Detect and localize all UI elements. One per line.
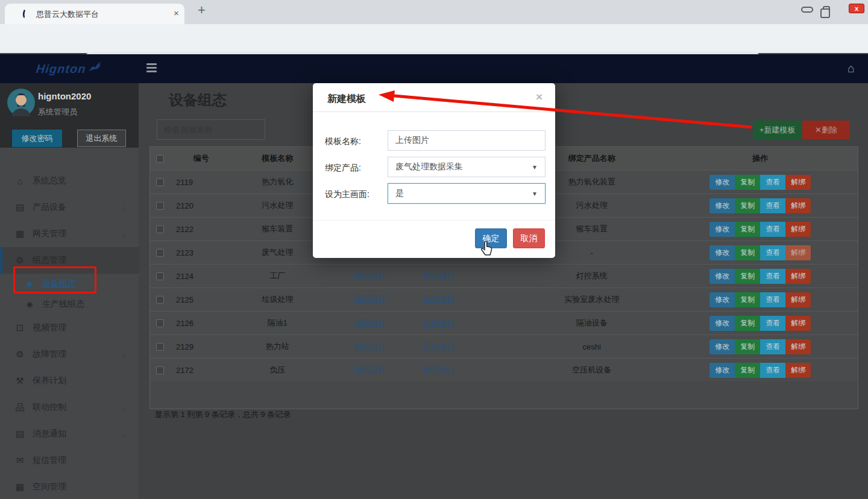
edit-button[interactable]: 修改	[709, 339, 735, 354]
copy-button[interactable]: 复制	[735, 292, 760, 307]
delete-button[interactable]: ✕删除	[802, 121, 850, 139]
window-restore-button[interactable]	[816, 2, 837, 17]
unbind-button[interactable]: 解绑	[785, 175, 811, 190]
row-checkbox[interactable]	[156, 249, 164, 257]
config-design-link[interactable]: 组态设计	[354, 295, 385, 304]
cell-checkbox	[150, 272, 170, 280]
view-button[interactable]: 查看	[760, 245, 785, 260]
confirm-button[interactable]: 确定	[475, 228, 507, 248]
sidebar-item-system-overview[interactable]: ⌂系统总览	[0, 168, 139, 194]
unbind-button[interactable]: 解绑	[785, 316, 811, 331]
copy-button[interactable]: 复制	[735, 198, 760, 213]
screen: 思普云大数据平台 × + ✕ x ← → ↻ 不安全 | iot.idosp.n…	[0, 0, 868, 499]
window-minimize-button[interactable]	[797, 2, 817, 17]
copy-button[interactable]: 复制	[735, 222, 760, 237]
config-design-link[interactable]: 组态设计	[423, 365, 454, 374]
row-checkbox[interactable]	[156, 319, 164, 327]
edit-button[interactable]: 修改	[709, 363, 735, 378]
select-all-checkbox[interactable]	[156, 155, 164, 163]
copy-button[interactable]: 复制	[735, 269, 760, 284]
row-checkbox[interactable]	[156, 296, 164, 304]
unbind-button[interactable]: 解绑	[785, 363, 811, 378]
unbind-button[interactable]: 解绑	[785, 292, 811, 307]
tab-close-icon[interactable]: ×	[174, 8, 179, 18]
sidebar-toggle-button[interactable]	[146, 63, 157, 74]
sidebar-item-sms[interactable]: ✉短信管理	[0, 447, 139, 474]
sidebar-item-production-line-config[interactable]: ◉生产线组态	[0, 294, 139, 315]
chevron-left-icon: ‹	[122, 229, 125, 239]
change-password-button[interactable]: 修改密码	[12, 130, 62, 147]
copy-button[interactable]: 复制	[735, 175, 760, 190]
logout-button[interactable]: 退出系统	[77, 130, 126, 147]
template-name-input[interactable]	[388, 130, 546, 151]
view-button[interactable]: 查看	[760, 222, 785, 237]
config-design-link[interactable]: 组态设计	[423, 271, 454, 280]
new-template-modal: 新建模板 × 模板名称: 绑定产品: 废气处理数据采集 ▼ 设为主画面: 是 ▼…	[313, 83, 555, 258]
edit-button[interactable]: 修改	[709, 222, 735, 237]
cancel-button[interactable]: 取消	[513, 228, 545, 248]
view-button[interactable]: 查看	[760, 175, 785, 190]
edit-button[interactable]: 修改	[709, 292, 735, 307]
bind-product-select[interactable]: 废气处理数据采集 ▼	[388, 157, 546, 177]
new-template-button[interactable]: +新建模板	[753, 121, 802, 139]
row-checkbox[interactable]	[156, 366, 164, 374]
view-button[interactable]: 查看	[760, 198, 785, 213]
copy-button[interactable]: 复制	[735, 316, 760, 331]
view-button[interactable]: 查看	[760, 292, 785, 307]
row-checkbox[interactable]	[156, 343, 164, 351]
column-header-template-name[interactable]: 模板名称	[233, 153, 322, 164]
view-button[interactable]: 查看	[760, 363, 785, 378]
home-icon[interactable]: ⌂	[848, 61, 855, 75]
copy-button[interactable]: 复制	[735, 339, 760, 354]
view-button[interactable]: 查看	[760, 339, 785, 354]
sidebar-item-maintenance[interactable]: ⚒保养计划	[0, 368, 139, 394]
bind-product-value: 废气处理数据采集	[395, 162, 463, 172]
main-screen-select[interactable]: 是 ▼	[388, 183, 546, 204]
table-row: 2126 隔油1 组态设计 组态设计 隔油设备 修改复制查看解绑	[150, 311, 858, 334]
row-checkbox[interactable]	[156, 202, 164, 210]
cell-template-name: 工厂	[233, 271, 322, 281]
search-input[interactable]	[157, 119, 265, 140]
edit-button[interactable]: 修改	[709, 245, 735, 260]
copy-button[interactable]: 复制	[735, 245, 760, 260]
browser-tab[interactable]: 思普云大数据平台 ×	[5, 4, 184, 24]
modal-close-icon[interactable]: ×	[536, 90, 542, 104]
sidebar-item-message-notify[interactable]: ▤消息通知‹	[0, 421, 139, 447]
row-checkbox[interactable]	[156, 178, 164, 186]
config-design-link[interactable]: 组态设计	[354, 318, 385, 327]
view-button[interactable]: 查看	[760, 316, 785, 331]
config-design-link[interactable]: 组态设计	[354, 365, 385, 374]
new-tab-button[interactable]: +	[198, 2, 206, 18]
cell-product: ceshi	[521, 342, 663, 351]
unbind-button[interactable]: 解绑	[785, 269, 811, 284]
config-design-link[interactable]: 组态设计	[423, 318, 454, 327]
main-screen-value: 是	[395, 188, 404, 199]
sidebar-item-product-device[interactable]: ▤产品设备‹	[0, 194, 139, 221]
unbind-button[interactable]: 解绑	[785, 198, 811, 213]
column-header-id[interactable]: 编号	[170, 153, 233, 164]
unbind-button[interactable]: 解绑	[785, 222, 811, 237]
sidebar-item-video[interactable]: ⊡视频管理	[0, 315, 139, 341]
field-label-template-name: 模板名称:	[325, 136, 361, 147]
row-checkbox[interactable]	[156, 272, 164, 280]
edit-button[interactable]: 修改	[709, 198, 735, 213]
logo[interactable]: Hignton	[0, 54, 139, 83]
unbind-button[interactable]: 解绑	[785, 339, 811, 354]
config-design-link[interactable]: 组态设计	[354, 271, 385, 280]
config-design-link[interactable]: 组态设计	[423, 295, 454, 304]
sidebar-item-space[interactable]: ▦空间管理	[0, 474, 139, 499]
sidebar-item-linkage-control[interactable]: 品联动控制‹	[0, 394, 139, 421]
edit-button[interactable]: 修改	[709, 269, 735, 284]
edit-button[interactable]: 修改	[709, 316, 735, 331]
config-design-link[interactable]: 组态设计	[354, 342, 385, 351]
copy-button[interactable]: 复制	[735, 363, 760, 378]
edit-button[interactable]: 修改	[709, 175, 735, 190]
envelope-icon: ✉	[13, 455, 27, 466]
sidebar-item-gateway[interactable]: ▦网关管理‹	[0, 221, 139, 247]
sidebar-item-fault[interactable]: ⚙故障管理‹	[0, 341, 139, 368]
config-design-link[interactable]: 组态设计	[423, 342, 454, 351]
unbind-button-disabled[interactable]: 解绑	[785, 245, 811, 260]
row-checkbox[interactable]	[156, 225, 164, 233]
view-button[interactable]: 查看	[760, 269, 785, 284]
cell-design-link1: 组态设计	[322, 318, 418, 328]
